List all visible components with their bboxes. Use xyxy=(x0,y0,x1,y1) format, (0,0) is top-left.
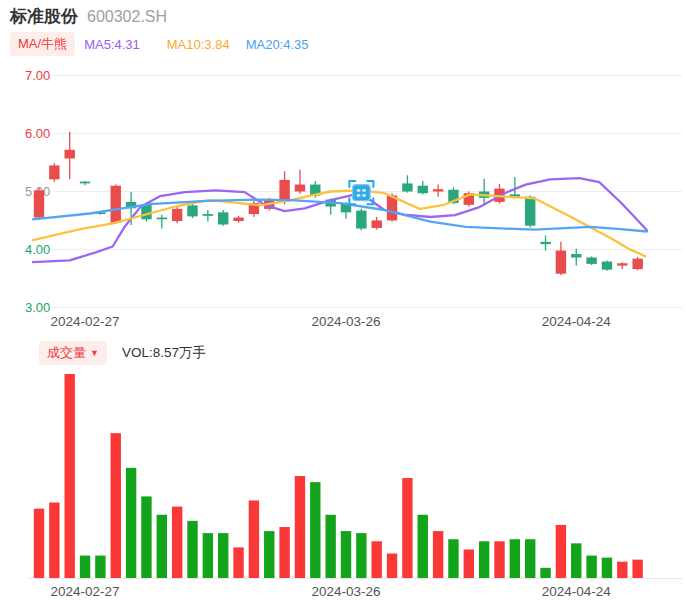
stock-name: 标准股份 xyxy=(10,5,78,28)
date-axis: 2024-02-272024-03-262024-04-24 xyxy=(51,314,612,329)
ma-mode-selector[interactable]: MA/牛熊 xyxy=(10,32,75,56)
stock-chart-screen: 标准股份 600302.SH MA/牛熊 MA5:4.31 MA10:3.84 … xyxy=(0,0,686,606)
svg-text:3.00: 3.00 xyxy=(25,300,50,315)
svg-text:2024-03-26: 2024-03-26 xyxy=(311,584,380,599)
svg-text:6.00: 6.00 xyxy=(25,126,50,141)
svg-text:2024-04-24: 2024-04-24 xyxy=(542,584,612,599)
volume-legend: 成交量 ▼ VOL:8.57万手 xyxy=(39,341,206,365)
svg-text:2024-02-27: 2024-02-27 xyxy=(51,584,120,599)
ma-legend: MA/牛熊 MA5:4.31 MA10:3.84 MA20:4.35 xyxy=(10,32,309,56)
ma5-label: MA5:4.31 xyxy=(84,37,140,52)
ma20-label: MA20:4.35 xyxy=(246,37,309,52)
volume-bars xyxy=(34,374,643,578)
volume-indicator-selector[interactable]: 成交量 ▼ xyxy=(39,341,107,365)
svg-text:2024-04-24: 2024-04-24 xyxy=(542,314,612,329)
svg-text:4.00: 4.00 xyxy=(25,242,50,257)
volume-indicator-label: 成交量 xyxy=(47,344,86,362)
ma-mode-label: MA/牛熊 xyxy=(18,35,67,53)
volume-readout: VOL:8.57万手 xyxy=(122,344,206,362)
ma10-label: MA10:3.84 xyxy=(167,37,230,52)
dropdown-arrow-icon: ▼ xyxy=(90,349,99,358)
candlestick-chart: 7.006.005.004.003.002024-02-272024-03-26… xyxy=(0,60,686,336)
svg-text:2024-02-27: 2024-02-27 xyxy=(51,314,120,329)
svg-text:2024-03-26: 2024-03-26 xyxy=(311,314,380,329)
vol-date-axis: 2024-02-272024-03-262024-04-24 xyxy=(51,584,612,599)
volume-chart: 2024-02-272024-03-262024-04-24 xyxy=(0,366,686,606)
stock-code: 600302.SH xyxy=(87,8,167,26)
svg-text:7.00: 7.00 xyxy=(25,68,50,83)
header: 标准股份 600302.SH xyxy=(10,5,167,28)
